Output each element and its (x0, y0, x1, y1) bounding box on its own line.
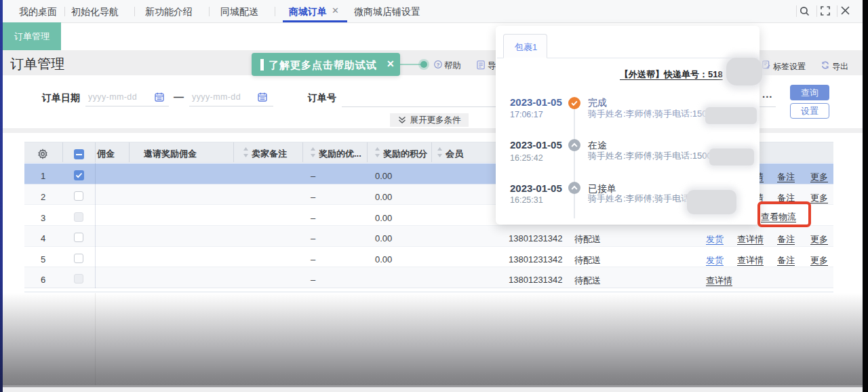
svg-text:?: ? (437, 62, 440, 68)
